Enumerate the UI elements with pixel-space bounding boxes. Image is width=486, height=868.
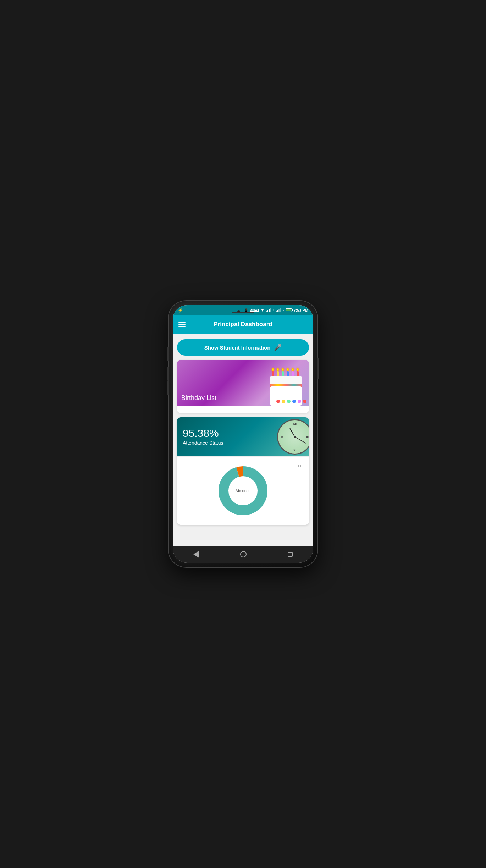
cake-dot bbox=[276, 400, 280, 403]
clock-minute-hand bbox=[295, 436, 306, 444]
battery-icon bbox=[286, 308, 292, 312]
speaker bbox=[232, 312, 254, 313]
signal-icon-1 bbox=[266, 308, 271, 312]
cake-dots bbox=[276, 400, 306, 403]
birthday-list-card[interactable]: Birthday List bbox=[177, 360, 309, 413]
signal-label-1: 1 bbox=[272, 308, 274, 312]
birthday-label: Birthday List bbox=[181, 394, 216, 402]
candle-flame bbox=[297, 368, 299, 371]
phone-frame: ⚡ 📱 VOLTE ▼ 1 bbox=[169, 301, 317, 567]
status-bar: ⚡ 📱 VOLTE ▼ 1 bbox=[173, 305, 313, 315]
main-content: Show Student Information 🎤 Birthday List bbox=[173, 334, 313, 546]
app-title: Principal Dashboard bbox=[191, 321, 295, 328]
donut-chart: Absence bbox=[215, 462, 271, 519]
absence-label: Absence bbox=[236, 489, 251, 493]
back-button[interactable] bbox=[190, 548, 202, 561]
mic-icon: 🎤 bbox=[274, 344, 282, 351]
donut-center-label: Absence bbox=[236, 489, 251, 493]
signal-icon-2 bbox=[276, 308, 281, 312]
attendance-banner: 95.38% Attendance Status XII III VI IX bbox=[177, 417, 309, 456]
candle-flame bbox=[292, 368, 294, 371]
legend-value: 11 bbox=[298, 464, 302, 468]
clock-center bbox=[294, 436, 296, 438]
menu-icon[interactable] bbox=[178, 322, 186, 327]
candle-flame bbox=[277, 368, 279, 371]
candle-flame bbox=[282, 368, 284, 371]
cake-illustration bbox=[266, 363, 305, 406]
attendance-card[interactable]: 95.38% Attendance Status XII III VI IX bbox=[177, 417, 309, 525]
recents-button[interactable] bbox=[285, 549, 296, 560]
recents-icon bbox=[288, 552, 293, 557]
candle-flame bbox=[287, 368, 289, 371]
signal-label-2: 2 bbox=[282, 308, 284, 312]
status-time: 7:53 PM bbox=[293, 308, 308, 312]
back-icon bbox=[193, 551, 199, 558]
chart-section: Absence 11 bbox=[177, 456, 309, 525]
birthday-card-footer bbox=[177, 406, 309, 413]
home-button[interactable] bbox=[237, 548, 249, 560]
phone-screen: ⚡ 📱 VOLTE ▼ 1 bbox=[173, 305, 313, 563]
show-student-info-label: Show Student Information bbox=[204, 345, 271, 351]
cake-dot bbox=[303, 400, 306, 403]
battery-fill bbox=[286, 309, 291, 311]
app-bar: Principal Dashboard bbox=[173, 315, 313, 334]
cake-dot bbox=[287, 400, 291, 403]
show-student-info-button[interactable]: Show Student Information 🎤 bbox=[177, 339, 309, 356]
chart-legend: 11 bbox=[298, 464, 302, 468]
usb-icon: ⚡ bbox=[178, 308, 183, 313]
cake-dot bbox=[282, 400, 285, 403]
candle-flame bbox=[272, 368, 274, 371]
clock-face: XII III VI IX bbox=[277, 419, 309, 455]
status-left-icons: ⚡ bbox=[178, 308, 183, 313]
status-right: 📱 VOLTE ▼ 1 2 bbox=[244, 308, 308, 312]
cake-dot bbox=[298, 400, 301, 403]
birthday-banner: Birthday List bbox=[177, 360, 309, 406]
cake-base bbox=[270, 386, 302, 406]
nav-bar bbox=[173, 546, 313, 563]
home-icon bbox=[240, 551, 247, 557]
wifi-icon: ▼ bbox=[261, 308, 265, 312]
clock-illustration: XII III VI IX bbox=[277, 419, 309, 455]
cake-dot bbox=[292, 400, 296, 403]
